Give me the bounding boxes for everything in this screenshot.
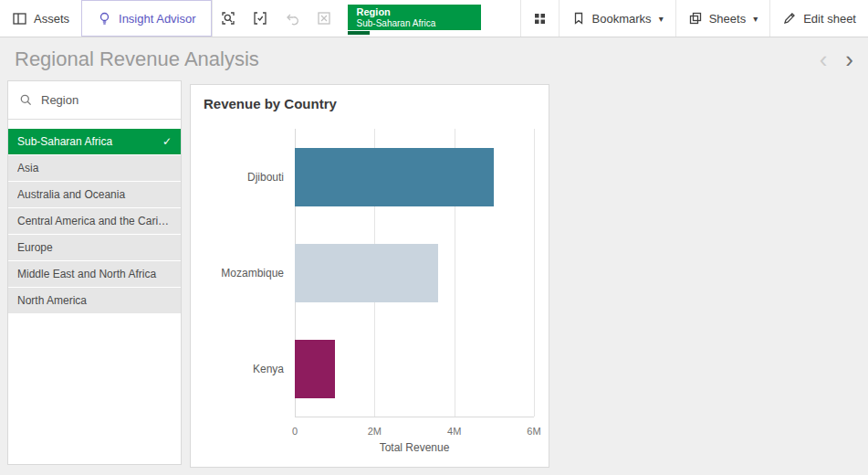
x-tick: 2M <box>368 426 382 437</box>
sheet-title-bar: Regional Revenue Analysis ‹ › <box>0 37 868 80</box>
search-icon <box>220 10 236 26</box>
sheets-button[interactable]: Sheets ▾ <box>675 0 770 37</box>
clear-selections-icon <box>316 10 332 26</box>
category-label: Djibouti <box>204 171 295 184</box>
bar-row: Djibouti <box>204 129 534 225</box>
pencil-icon <box>782 11 797 26</box>
selection-chip-region[interactable]: Region Sub-Saharan Africa <box>348 5 481 30</box>
chevron-down-icon: ▾ <box>753 14 758 24</box>
x-tick: 4M <box>447 426 461 437</box>
edit-sheet-label: Edit sheet <box>803 12 856 26</box>
chart-title: Revenue by Country <box>204 96 337 111</box>
list-item[interactable]: Central America and the Cari… <box>8 208 181 234</box>
chevron-left-icon: ‹ <box>820 46 828 73</box>
selection-chip-field: Region <box>357 6 472 18</box>
filter-pane-region: Region Sub-Saharan Africa ✓ Asia Austral… <box>7 80 182 465</box>
bar-mozambique[interactable] <box>295 244 438 302</box>
list-item[interactable]: Asia <box>8 155 181 181</box>
insight-advisor-button[interactable]: Insight Advisor <box>81 0 212 37</box>
insight-advisor-label: Insight Advisor <box>119 12 196 26</box>
chevron-down-icon: ▾ <box>659 14 664 24</box>
list-item[interactable]: Europe <box>8 235 181 260</box>
category-label: Mozambique <box>204 267 295 280</box>
bookmarks-label: Bookmarks <box>592 12 652 26</box>
page-title: Regional Revenue Analysis <box>15 48 810 71</box>
list-item[interactable]: Sub-Saharan Africa ✓ <box>8 129 181 154</box>
bar-rows: Djibouti Mozambique Kenya <box>204 129 534 417</box>
previous-sheet-button[interactable]: ‹ <box>810 48 837 71</box>
smart-search-button[interactable] <box>213 0 245 37</box>
bar-djibouti[interactable] <box>295 148 494 206</box>
assets-label: Assets <box>34 12 69 26</box>
assets-button[interactable]: Assets <box>0 0 81 37</box>
edit-sheet-button[interactable]: Edit sheet <box>769 0 868 37</box>
clear-selections-button[interactable] <box>309 0 340 37</box>
next-sheet-button[interactable]: › <box>836 48 863 71</box>
sheets-icon <box>688 11 703 26</box>
list-item[interactable]: Australia and Oceania <box>8 182 181 207</box>
filter-list: Sub-Saharan Africa ✓ Asia Australia and … <box>8 129 181 313</box>
step-back-button[interactable] <box>277 0 309 37</box>
selections-tool-icon <box>252 10 268 26</box>
charts-grid-icon <box>532 11 548 26</box>
bar-chart-revenue-by-country: Revenue by Country Djibouti Mozambique <box>190 84 549 468</box>
toolbar: Assets Insight Advisor <box>0 0 868 37</box>
step-back-icon <box>284 10 300 26</box>
check-icon: ✓ <box>162 135 172 148</box>
toolbar-spacer <box>481 0 520 37</box>
sheets-label: Sheets <box>709 12 746 26</box>
search-icon <box>19 93 33 107</box>
bookmarks-button[interactable]: Bookmarks ▾ <box>559 0 675 37</box>
bar-row: Kenya <box>204 321 534 417</box>
x-tick: 6M <box>527 426 540 437</box>
chevron-right-icon: › <box>845 46 853 73</box>
x-tick: 0 <box>292 426 298 437</box>
chart-plot-area: Djibouti Mozambique Kenya <box>204 129 534 454</box>
selections-tool-button[interactable] <box>245 0 277 37</box>
selection-chip-value: Sub-Saharan Africa <box>357 18 472 29</box>
bookmark-icon <box>571 11 586 26</box>
bar-kenya[interactable] <box>295 340 335 398</box>
bar-row: Mozambique <box>204 225 534 321</box>
sheet-content: Region Sub-Saharan Africa ✓ Asia Austral… <box>0 80 868 475</box>
charts-grid-button[interactable] <box>520 0 559 37</box>
x-axis: 0 2M 4M 6M <box>295 417 534 440</box>
filter-pane-header[interactable]: Region <box>8 81 181 120</box>
x-axis-title: Total Revenue <box>295 441 534 454</box>
list-item[interactable]: North America <box>8 288 181 313</box>
lightbulb-icon <box>97 11 112 26</box>
list-item[interactable]: Middle East and North Africa <box>8 261 181 287</box>
category-label: Kenya <box>204 363 295 375</box>
assets-panel-icon <box>12 11 27 26</box>
filter-field-label: Region <box>41 93 78 107</box>
